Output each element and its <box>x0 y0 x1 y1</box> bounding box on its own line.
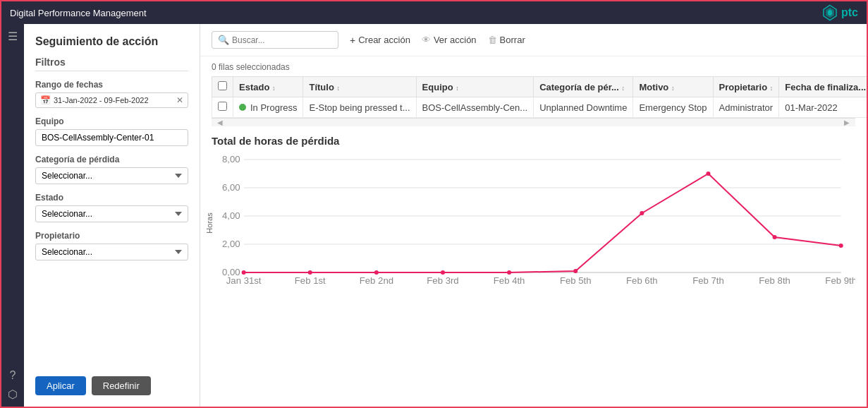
data-table: Estado ↕ Título ↕ Equipo ↕ <box>212 76 867 118</box>
date-range-group: Rango de fechas 📅 31-Jan-2022 - 09-Feb-2… <box>35 80 188 108</box>
svg-text:Feb 6th: Feb 6th <box>626 275 658 286</box>
row-checkbox[interactable] <box>218 102 227 111</box>
row-fecha: 01-Mar-2022 <box>779 97 867 118</box>
svg-text:Feb 1st: Feb 1st <box>295 275 326 286</box>
equipo-label: Equipo <box>35 116 188 126</box>
sort-motivo-icon: ↕ <box>671 85 675 92</box>
app-wrapper: Digital Performance Management ptc ☰ ? ⬡… <box>0 0 868 408</box>
calendar-icon: 📅 <box>40 95 51 105</box>
chart-svg: 0,002,004,006,008,00Jan 31stFeb 1stFeb 2… <box>212 152 855 294</box>
svg-point-30 <box>640 211 644 215</box>
status-dot <box>239 104 246 111</box>
header-checkbox-cell <box>212 77 233 97</box>
header-equipo[interactable]: Equipo ↕ <box>416 77 534 97</box>
date-clear-button[interactable]: ✕ <box>176 95 183 105</box>
header-fecha[interactable]: Fecha de finaliza... ↕ <box>779 77 867 97</box>
create-action-button[interactable]: + Crear acción <box>350 35 410 46</box>
sort-estado-icon: ↕ <box>272 85 276 92</box>
header-motivo-label: Motivo <box>639 82 668 92</box>
reset-button[interactable]: Redefinir <box>92 376 151 395</box>
header-categoria[interactable]: Categoría de pér... ↕ <box>534 77 633 97</box>
propietario-select[interactable]: Seleccionar... <box>35 244 188 260</box>
sort-titulo-icon: ↕ <box>337 85 341 92</box>
header-titulo[interactable]: Título ↕ <box>303 77 416 97</box>
top-bar: Digital Performance Management ptc <box>1 1 867 24</box>
svg-text:Feb 9th: Feb 9th <box>825 275 855 286</box>
equipo-input[interactable] <box>35 129 188 146</box>
delete-button[interactable]: 🗑 Borrar <box>488 35 525 45</box>
menu-icon[interactable]: ☰ <box>8 30 18 43</box>
row-equipo: BOS-CellAssembly-Cen... <box>416 97 534 118</box>
svg-text:Feb 7th: Feb 7th <box>692 275 724 286</box>
table-area: 0 filas seleccionadas Estado ↕ <box>200 56 867 118</box>
svg-point-25 <box>308 270 312 275</box>
svg-text:Feb 4th: Feb 4th <box>494 275 525 286</box>
ptc-logo: ptc <box>821 4 858 21</box>
panel-title: Seguimiento de acción <box>35 35 188 48</box>
estado-select[interactable]: Seleccionar... <box>35 205 188 222</box>
sort-categoria-icon: ↕ <box>621 85 625 92</box>
header-titulo-label: Título <box>309 82 334 92</box>
header-equipo-label: Equipo <box>422 82 453 92</box>
date-range-input[interactable]: 📅 31-Jan-2022 - 09-Feb-2022 ✕ <box>35 92 188 108</box>
left-sidebar: ☰ ? ⬡ <box>1 24 24 407</box>
header-propietario[interactable]: Propietario ↕ <box>713 77 779 97</box>
svg-text:Jan 31st: Jan 31st <box>226 275 262 286</box>
table-header-row: Estado ↕ Título ↕ Equipo ↕ <box>212 77 867 97</box>
propietario-label: Propietario <box>35 231 188 241</box>
svg-text:4,00: 4,00 <box>222 210 240 221</box>
date-range-label: Rango de fechas <box>35 80 188 90</box>
svg-point-27 <box>441 270 445 275</box>
select-all-checkbox[interactable] <box>218 81 227 90</box>
trash-icon: 🗑 <box>488 35 497 45</box>
header-categoria-label: Categoría de pér... <box>539 82 619 92</box>
svg-text:2,00: 2,00 <box>222 239 240 249</box>
row-checkbox-cell <box>212 97 233 118</box>
main-layout: ☰ ? ⬡ Seguimiento de acción Filtros Rang… <box>1 24 867 407</box>
categoria-label: Categoría de pérdida <box>35 155 188 164</box>
table-row[interactable]: In Progress E-Stop being pressed t... BO… <box>212 97 867 118</box>
row-motivo: Emergency Stop <box>633 97 713 118</box>
user-icon[interactable]: ⬡ <box>8 388 18 401</box>
svg-point-29 <box>573 269 577 273</box>
plus-icon: + <box>350 35 355 46</box>
eye-icon: 👁 <box>422 35 431 45</box>
apply-button[interactable]: Aplicar <box>35 376 86 395</box>
header-motivo[interactable]: Motivo ↕ <box>633 77 713 97</box>
svg-text:6,00: 6,00 <box>222 182 240 193</box>
search-input[interactable] <box>232 35 332 45</box>
scroll-left-icon[interactable]: ◀ <box>217 119 223 126</box>
filters-panel: Seguimiento de acción Filtros Rango de f… <box>24 24 200 407</box>
scroll-hint: ◀ ▶ <box>212 118 855 126</box>
view-action-button[interactable]: 👁 Ver acción <box>422 35 477 45</box>
row-propietario: Administrator <box>713 97 779 118</box>
estado-label: Estado <box>35 193 188 203</box>
scroll-right-icon[interactable]: ▶ <box>844 119 850 126</box>
svg-point-28 <box>507 270 511 275</box>
toolbar: 🔍 + Crear acción 👁 Ver acción 🗑 Borrar <box>200 24 867 56</box>
svg-point-24 <box>242 270 246 275</box>
help-icon[interactable]: ? <box>10 369 16 382</box>
filters-heading: Filtros <box>35 56 188 71</box>
search-box[interactable]: 🔍 <box>212 31 338 49</box>
chart-container: Horas 0,002,004,006,008,00Jan 31stFeb 1s… <box>212 152 855 294</box>
svg-point-32 <box>773 235 777 239</box>
svg-text:Feb 3rd: Feb 3rd <box>427 275 458 286</box>
header-estado[interactable]: Estado ↕ <box>233 77 303 97</box>
header-propietario-label: Propietario <box>719 82 768 92</box>
equipo-group: Equipo <box>35 116 188 146</box>
header-estado-label: Estado <box>239 82 269 92</box>
chart-title: Total de horas de pérdida <box>212 135 855 147</box>
status-text: In Progress <box>250 102 297 113</box>
date-range-value: 31-Jan-2022 - 09-Feb-2022 <box>54 96 149 104</box>
categoria-select[interactable]: Seleccionar... <box>35 167 188 184</box>
row-estado: In Progress <box>233 97 303 118</box>
sort-equipo-icon: ↕ <box>456 85 459 92</box>
y-axis-label: Horas <box>205 212 214 233</box>
chart-area: Total de horas de pérdida Horas 0,002,00… <box>200 126 867 407</box>
svg-text:Feb 8th: Feb 8th <box>759 275 790 286</box>
sort-propietario-icon: ↕ <box>770 85 774 92</box>
ptc-text: ptc <box>841 6 858 19</box>
app-title: Digital Performance Management <box>10 8 147 18</box>
propietario-group: Propietario Seleccionar... <box>35 231 188 260</box>
